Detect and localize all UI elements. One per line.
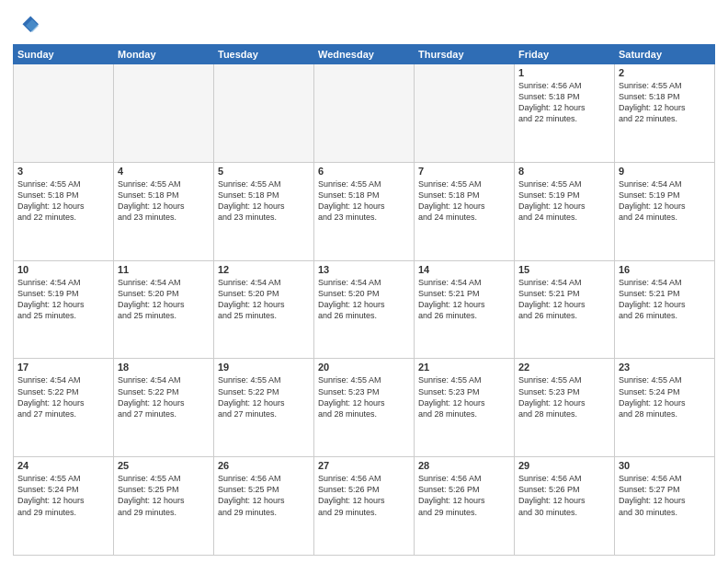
day-number: 21 [418, 362, 510, 373]
day-info: Sunrise: 4:56 AM Sunset: 5:26 PM Dayligh… [318, 473, 410, 518]
day-info: Sunrise: 4:54 AM Sunset: 5:20 PM Dayligh… [118, 277, 210, 322]
day-info: Sunrise: 4:54 AM Sunset: 5:21 PM Dayligh… [418, 277, 510, 322]
day-info: Sunrise: 4:54 AM Sunset: 5:21 PM Dayligh… [619, 277, 711, 322]
day-number: 4 [118, 166, 210, 177]
day-info: Sunrise: 4:55 AM Sunset: 5:18 PM Dayligh… [17, 178, 109, 224]
day-info: Sunrise: 4:55 AM Sunset: 5:25 PM Dayligh… [118, 473, 210, 518]
day-info: Sunrise: 4:56 AM Sunset: 5:25 PM Dayligh… [218, 473, 310, 518]
header [13, 9, 715, 39]
week-row-1: 1Sunrise: 4:56 AM Sunset: 5:18 PM Daylig… [14, 64, 715, 163]
calendar-cell: 9Sunrise: 4:54 AM Sunset: 5:19 PM Daylig… [615, 162, 715, 260]
day-number: 12 [218, 264, 310, 275]
day-number: 1 [518, 67, 610, 78]
day-number: 29 [518, 460, 610, 471]
day-number: 27 [318, 460, 410, 471]
calendar-cell: 12Sunrise: 4:54 AM Sunset: 5:20 PM Dayli… [214, 260, 314, 359]
day-number: 15 [518, 264, 610, 275]
logo [13, 13, 40, 39]
week-row-2: 3Sunrise: 4:55 AM Sunset: 5:18 PM Daylig… [14, 162, 715, 260]
day-number: 7 [418, 166, 510, 177]
day-info: Sunrise: 4:54 AM Sunset: 5:20 PM Dayligh… [218, 277, 310, 322]
day-number: 6 [318, 166, 410, 177]
calendar-cell: 8Sunrise: 4:55 AM Sunset: 5:19 PM Daylig… [515, 162, 615, 260]
day-number: 28 [418, 460, 510, 471]
calendar-cell: 2Sunrise: 4:55 AM Sunset: 5:18 PM Daylig… [615, 64, 715, 163]
calendar-cell: 5Sunrise: 4:55 AM Sunset: 5:18 PM Daylig… [214, 162, 314, 260]
week-row-5: 24Sunrise: 4:55 AM Sunset: 5:24 PM Dayli… [14, 457, 715, 556]
calendar-cell: 25Sunrise: 4:55 AM Sunset: 5:25 PM Dayli… [114, 457, 214, 556]
calendar-cell: 3Sunrise: 4:55 AM Sunset: 5:18 PM Daylig… [14, 162, 114, 260]
day-info: Sunrise: 4:54 AM Sunset: 5:22 PM Dayligh… [17, 374, 109, 419]
calendar-cell: 19Sunrise: 4:55 AM Sunset: 5:22 PM Dayli… [214, 359, 314, 457]
day-number: 2 [619, 67, 711, 78]
day-number: 18 [118, 362, 210, 373]
calendar-cell: 29Sunrise: 4:56 AM Sunset: 5:26 PM Dayli… [515, 457, 615, 556]
day-info: Sunrise: 4:55 AM Sunset: 5:23 PM Dayligh… [418, 374, 510, 419]
calendar-cell: 26Sunrise: 4:56 AM Sunset: 5:25 PM Dayli… [214, 457, 314, 556]
day-info: Sunrise: 4:54 AM Sunset: 5:21 PM Dayligh… [518, 277, 610, 322]
calendar-cell: 13Sunrise: 4:54 AM Sunset: 5:20 PM Dayli… [314, 260, 415, 359]
weekday-header-monday: Monday [114, 45, 214, 64]
day-number: 3 [17, 166, 109, 177]
weekday-header-saturday: Saturday [615, 45, 715, 64]
day-number: 23 [619, 362, 711, 373]
calendar-cell: 7Sunrise: 4:55 AM Sunset: 5:18 PM Daylig… [415, 162, 515, 260]
day-number: 24 [17, 460, 109, 471]
weekday-header-friday: Friday [515, 45, 615, 64]
day-info: Sunrise: 4:55 AM Sunset: 5:19 PM Dayligh… [518, 178, 610, 224]
day-info: Sunrise: 4:56 AM Sunset: 5:26 PM Dayligh… [518, 473, 610, 518]
calendar-cell: 20Sunrise: 4:55 AM Sunset: 5:23 PM Dayli… [314, 359, 415, 457]
calendar-cell: 15Sunrise: 4:54 AM Sunset: 5:21 PM Dayli… [515, 260, 615, 359]
day-number: 8 [518, 166, 610, 177]
day-info: Sunrise: 4:56 AM Sunset: 5:26 PM Dayligh… [418, 473, 510, 518]
calendar-cell: 1Sunrise: 4:56 AM Sunset: 5:18 PM Daylig… [515, 64, 615, 163]
day-number: 14 [418, 264, 510, 275]
weekday-header-thursday: Thursday [415, 45, 515, 64]
calendar-cell [114, 64, 214, 163]
day-number: 9 [619, 166, 711, 177]
day-info: Sunrise: 4:55 AM Sunset: 5:18 PM Dayligh… [318, 178, 410, 224]
week-row-4: 17Sunrise: 4:54 AM Sunset: 5:22 PM Dayli… [14, 359, 715, 457]
day-info: Sunrise: 4:55 AM Sunset: 5:18 PM Dayligh… [418, 178, 510, 224]
day-info: Sunrise: 4:55 AM Sunset: 5:18 PM Dayligh… [619, 80, 711, 125]
calendar-cell: 16Sunrise: 4:54 AM Sunset: 5:21 PM Dayli… [615, 260, 715, 359]
day-info: Sunrise: 4:55 AM Sunset: 5:22 PM Dayligh… [218, 374, 310, 419]
calendar-cell: 11Sunrise: 4:54 AM Sunset: 5:20 PM Dayli… [114, 260, 214, 359]
day-info: Sunrise: 4:55 AM Sunset: 5:18 PM Dayligh… [118, 178, 210, 224]
day-info: Sunrise: 4:55 AM Sunset: 5:23 PM Dayligh… [518, 374, 610, 419]
week-row-3: 10Sunrise: 4:54 AM Sunset: 5:19 PM Dayli… [14, 260, 715, 359]
day-info: Sunrise: 4:55 AM Sunset: 5:24 PM Dayligh… [619, 374, 711, 419]
calendar-cell: 6Sunrise: 4:55 AM Sunset: 5:18 PM Daylig… [314, 162, 415, 260]
calendar-cell: 23Sunrise: 4:55 AM Sunset: 5:24 PM Dayli… [615, 359, 715, 457]
calendar-cell: 28Sunrise: 4:56 AM Sunset: 5:26 PM Dayli… [415, 457, 515, 556]
calendar-cell [14, 64, 114, 163]
day-number: 13 [318, 264, 410, 275]
calendar-cell: 24Sunrise: 4:55 AM Sunset: 5:24 PM Dayli… [14, 457, 114, 556]
calendar-cell: 10Sunrise: 4:54 AM Sunset: 5:19 PM Dayli… [14, 260, 114, 359]
calendar-cell: 22Sunrise: 4:55 AM Sunset: 5:23 PM Dayli… [515, 359, 615, 457]
weekday-header-wednesday: Wednesday [314, 45, 415, 64]
weekday-header-tuesday: Tuesday [214, 45, 314, 64]
calendar-cell [314, 64, 415, 163]
day-number: 30 [619, 460, 711, 471]
day-number: 5 [218, 166, 310, 177]
day-number: 22 [518, 362, 610, 373]
calendar-cell: 17Sunrise: 4:54 AM Sunset: 5:22 PM Dayli… [14, 359, 114, 457]
day-number: 26 [218, 460, 310, 471]
calendar-cell: 4Sunrise: 4:55 AM Sunset: 5:18 PM Daylig… [114, 162, 214, 260]
day-number: 19 [218, 362, 310, 373]
weekday-header-row: SundayMondayTuesdayWednesdayThursdayFrid… [14, 45, 715, 64]
calendar-cell [214, 64, 314, 163]
weekday-header-sunday: Sunday [14, 45, 114, 64]
day-info: Sunrise: 4:54 AM Sunset: 5:20 PM Dayligh… [318, 277, 410, 322]
calendar-cell: 30Sunrise: 4:56 AM Sunset: 5:27 PM Dayli… [615, 457, 715, 556]
day-number: 10 [17, 264, 109, 275]
calendar-cell: 14Sunrise: 4:54 AM Sunset: 5:21 PM Dayli… [415, 260, 515, 359]
day-info: Sunrise: 4:54 AM Sunset: 5:19 PM Dayligh… [619, 178, 711, 224]
logo-icon [13, 13, 39, 39]
day-info: Sunrise: 4:56 AM Sunset: 5:27 PM Dayligh… [619, 473, 711, 518]
day-number: 11 [118, 264, 210, 275]
day-info: Sunrise: 4:55 AM Sunset: 5:24 PM Dayligh… [17, 473, 109, 518]
page: SundayMondayTuesdayWednesdayThursdayFrid… [0, 0, 728, 563]
calendar-cell: 21Sunrise: 4:55 AM Sunset: 5:23 PM Dayli… [415, 359, 515, 457]
